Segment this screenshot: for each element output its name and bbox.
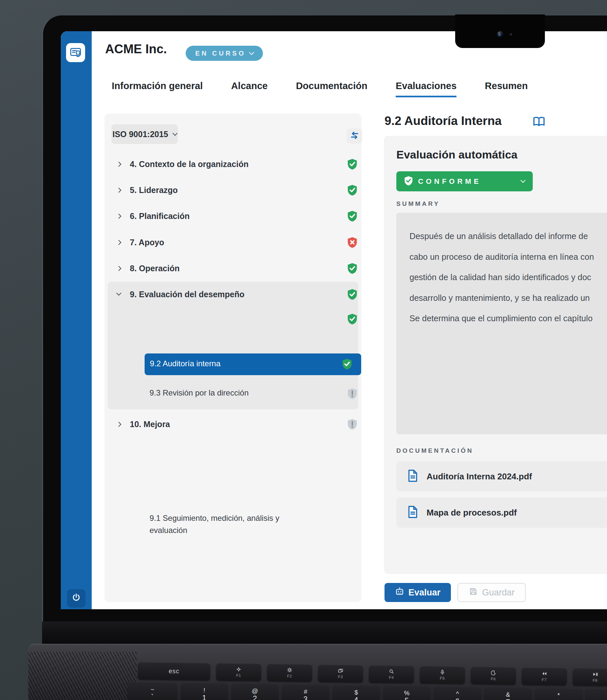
auto-evaluation-card: Evaluación automática CONFORME SUMMARY D… — [384, 136, 607, 574]
key-9: ( 9 — [586, 688, 607, 700]
key-label: ! — [204, 687, 205, 694]
evaluate-button[interactable]: Evaluar — [384, 583, 451, 602]
brightness-up-icon — [287, 667, 292, 673]
company-name: ACME Inc. — [105, 42, 167, 56]
summary-textarea[interactable]: Después de un análisis detallado del inf… — [396, 213, 607, 434]
status-pending-icon — [348, 388, 357, 399]
tab-informacion-general[interactable]: Información general — [112, 81, 203, 97]
key-label: ~ — [150, 686, 154, 693]
clause-title: 9.2 Auditoría Interna — [384, 114, 502, 128]
key-f5: F5 — [420, 666, 465, 684]
status-pass-icon — [348, 263, 357, 274]
summary-line: Después de un análisis detallado del inf… — [410, 226, 607, 247]
tree-item-9-evaluacion-desempeno[interactable]: 9. Evaluación del desempeño — [105, 289, 361, 301]
standard-selector-label: ISO 9001:2015 — [112, 129, 168, 139]
floppy-save-icon — [469, 587, 478, 598]
key-4: $ 4 — [333, 684, 380, 700]
search-icon — [389, 669, 394, 674]
chevron-right-icon — [116, 188, 122, 193]
save-button[interactable]: Guardar — [458, 583, 526, 602]
tree-item-6-planificacion[interactable]: 6. Planificación — [105, 211, 361, 223]
microphone-icon — [440, 670, 445, 675]
evaluation-detail-panel: 9.2 Auditoría Interna Evaluación automát… — [384, 114, 607, 609]
document-icon — [407, 506, 418, 519]
swap-arrows-icon — [350, 131, 359, 141]
key-label: F1 — [236, 673, 241, 678]
tree-item-label: 9.1 Seguimiento, medición, análisis y ev… — [149, 512, 314, 536]
moon-icon — [491, 670, 496, 676]
status-pass-icon — [348, 159, 357, 170]
key-f2: F2 — [267, 664, 312, 682]
mission-control-icon — [338, 668, 343, 673]
tree-item-4-contexto[interactable]: 4. Contexto de la organización — [105, 159, 361, 171]
tab-documentacion[interactable]: Documentación — [296, 81, 368, 97]
key-f8: F8 — [572, 668, 607, 686]
laptop-screen: ACME Inc. EN CURSO Información general A… — [61, 31, 607, 609]
key-label: 6 — [455, 697, 459, 700]
tree-item-9-2-auditoria-interna-selected[interactable]: 9.2 Auditoría interna — [145, 353, 361, 375]
tree-item-label: 9.3 Revisión por la dirección — [149, 388, 249, 397]
key-label: 5 — [404, 696, 409, 700]
tab-alcance[interactable]: Alcance — [231, 81, 268, 97]
chevron-right-icon — [116, 266, 122, 271]
laptop-keyboard-deck: esc F1 F2 F3 F4 F5 F6 — [28, 644, 607, 700]
key-label: 8 — [557, 699, 561, 700]
open-book-icon[interactable] — [532, 116, 546, 128]
chevron-down-icon — [521, 178, 526, 183]
tree-item-7-apoyo[interactable]: 7. Apoyo — [105, 237, 361, 249]
key-3: # 3 — [282, 684, 329, 700]
tree-item-5-liderazgo[interactable]: 5. Liderazgo — [105, 185, 361, 197]
laptop-hinge — [42, 621, 607, 644]
tree-item-8-operacion[interactable]: 8. Operación — [105, 263, 361, 275]
swap-standard-button[interactable] — [347, 128, 362, 144]
status-pass-icon — [348, 210, 357, 222]
tree-item-label: 10. Mejora — [130, 419, 170, 429]
tab-evaluaciones[interactable]: Evaluaciones — [396, 81, 457, 97]
status-pass-icon — [348, 313, 357, 325]
status-badge[interactable]: EN CURSO — [186, 46, 263, 61]
key-label: & — [506, 691, 510, 698]
chevron-down-icon — [249, 50, 254, 55]
file-item-auditoria[interactable]: Auditoría Interna 2024.pdf — [396, 461, 607, 492]
app-logo — [66, 43, 85, 62]
key-label: F4 — [389, 675, 394, 680]
key-label: F5 — [440, 676, 445, 681]
shield-check-icon — [404, 176, 413, 187]
keyboard: esc F1 F2 F3 F4 F5 F6 — [138, 662, 607, 700]
chevron-right-icon — [116, 214, 122, 219]
summary-line: desarrollo y mantenimiento, y se ha real… — [410, 288, 607, 308]
camera-lens — [497, 31, 504, 38]
key-6: ^ 6 — [434, 686, 481, 700]
key-2: @ 2 — [231, 683, 278, 700]
key-8: * 8 — [535, 687, 582, 700]
key-f3: F3 — [318, 665, 363, 683]
tree-item-9-3-revision[interactable]: 9.3 Revisión por la dirección — [105, 388, 361, 400]
documentation-section-label: DOCUMENTACIÓN — [396, 447, 474, 454]
card-title: Evaluación automática — [396, 148, 517, 161]
key-1: ! 1 — [181, 683, 228, 700]
key-label: * — [557, 692, 560, 699]
tree-item-label: 7. Apoyo — [130, 238, 164, 247]
status-pass-icon — [348, 289, 357, 300]
key-f4: F4 — [369, 665, 414, 683]
key-label: ^ — [456, 691, 459, 697]
power-button[interactable] — [67, 589, 85, 608]
status-pending-icon — [348, 418, 357, 430]
laptop-mockup-scene: { "header": { "company": "ACME Inc.", "s… — [0, 0, 607, 700]
app-sidebar — [61, 31, 92, 609]
summary-line: Se determina que el cumplimiento con el … — [410, 308, 607, 329]
tree-item-label: 9. Evaluación del desempeño — [130, 290, 245, 299]
standard-selector[interactable]: ISO 9001:2015 — [111, 124, 178, 144]
verdict-dropdown[interactable]: CONFORME — [396, 171, 533, 191]
camera-indicator-dot — [510, 33, 512, 36]
tree-item-10-mejora[interactable]: 10. Mejora — [105, 419, 361, 431]
file-item-mapa[interactable]: Mapa de procesos.pdf — [396, 497, 607, 528]
tree-item-9-1-seguimiento[interactable]: 9.1 Seguimiento, medición, análisis y ev… — [105, 313, 361, 325]
key-label: F3 — [338, 675, 343, 679]
save-button-label: Guardar — [482, 588, 515, 598]
key-label: 2 — [253, 695, 257, 700]
tab-resumen[interactable]: Resumen — [485, 81, 528, 97]
key-label: F2 — [287, 674, 292, 678]
tab-bar: Información general Alcance Documentació… — [112, 81, 528, 97]
key-tilde: ~ ` — [127, 682, 177, 700]
